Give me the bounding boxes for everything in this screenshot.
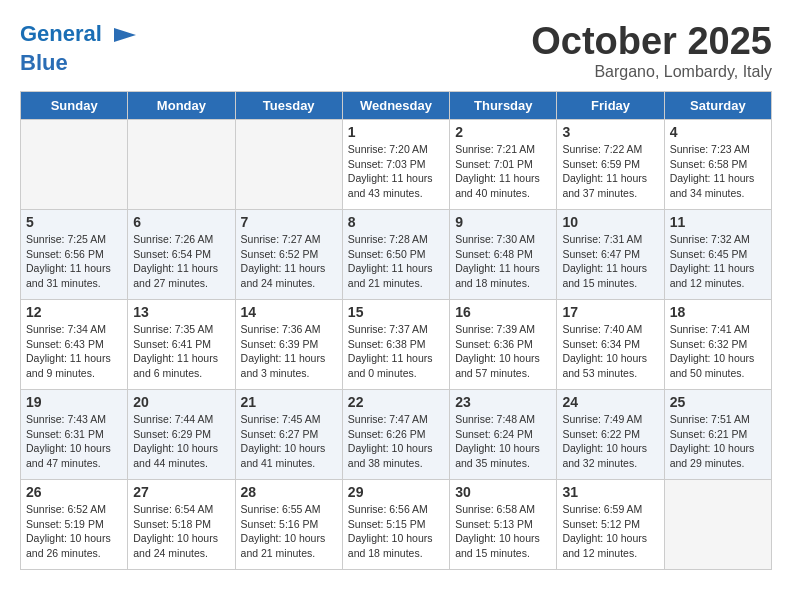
day-number: 28 <box>241 484 337 500</box>
calendar-cell: 18Sunrise: 7:41 AMSunset: 6:32 PMDayligh… <box>664 300 771 390</box>
calendar-week-3: 19Sunrise: 7:43 AMSunset: 6:31 PMDayligh… <box>21 390 772 480</box>
day-info: Sunrise: 7:22 AMSunset: 6:59 PMDaylight:… <box>562 142 658 201</box>
calendar-cell: 25Sunrise: 7:51 AMSunset: 6:21 PMDayligh… <box>664 390 771 480</box>
calendar-cell: 27Sunrise: 6:54 AMSunset: 5:18 PMDayligh… <box>128 480 235 570</box>
calendar-cell: 2Sunrise: 7:21 AMSunset: 7:01 PMDaylight… <box>450 120 557 210</box>
day-info: Sunrise: 7:36 AMSunset: 6:39 PMDaylight:… <box>241 322 337 381</box>
day-info: Sunrise: 6:54 AMSunset: 5:18 PMDaylight:… <box>133 502 229 561</box>
calendar-cell: 11Sunrise: 7:32 AMSunset: 6:45 PMDayligh… <box>664 210 771 300</box>
day-number: 29 <box>348 484 444 500</box>
calendar-week-4: 26Sunrise: 6:52 AMSunset: 5:19 PMDayligh… <box>21 480 772 570</box>
day-info: Sunrise: 7:20 AMSunset: 7:03 PMDaylight:… <box>348 142 444 201</box>
day-number: 1 <box>348 124 444 140</box>
calendar-cell: 5Sunrise: 7:25 AMSunset: 6:56 PMDaylight… <box>21 210 128 300</box>
day-number: 5 <box>26 214 122 230</box>
calendar-cell: 26Sunrise: 6:52 AMSunset: 5:19 PMDayligh… <box>21 480 128 570</box>
title-block: October 2025 Bargano, Lombardy, Italy <box>531 20 772 81</box>
day-number: 7 <box>241 214 337 230</box>
day-info: Sunrise: 7:37 AMSunset: 6:38 PMDaylight:… <box>348 322 444 381</box>
calendar-cell: 12Sunrise: 7:34 AMSunset: 6:43 PMDayligh… <box>21 300 128 390</box>
day-info: Sunrise: 7:21 AMSunset: 7:01 PMDaylight:… <box>455 142 551 201</box>
calendar-cell <box>21 120 128 210</box>
day-number: 6 <box>133 214 229 230</box>
logo-line2: Blue <box>20 50 140 75</box>
day-info: Sunrise: 7:45 AMSunset: 6:27 PMDaylight:… <box>241 412 337 471</box>
day-number: 17 <box>562 304 658 320</box>
day-number: 10 <box>562 214 658 230</box>
day-info: Sunrise: 6:59 AMSunset: 5:12 PMDaylight:… <box>562 502 658 561</box>
month-title: October 2025 <box>531 20 772 63</box>
day-number: 22 <box>348 394 444 410</box>
calendar-cell: 28Sunrise: 6:55 AMSunset: 5:16 PMDayligh… <box>235 480 342 570</box>
calendar-cell: 4Sunrise: 7:23 AMSunset: 6:58 PMDaylight… <box>664 120 771 210</box>
calendar-cell: 21Sunrise: 7:45 AMSunset: 6:27 PMDayligh… <box>235 390 342 480</box>
calendar-cell: 22Sunrise: 7:47 AMSunset: 6:26 PMDayligh… <box>342 390 449 480</box>
calendar-week-1: 5Sunrise: 7:25 AMSunset: 6:56 PMDaylight… <box>21 210 772 300</box>
svg-marker-0 <box>114 28 136 42</box>
calendar-cell: 19Sunrise: 7:43 AMSunset: 6:31 PMDayligh… <box>21 390 128 480</box>
calendar-cell: 20Sunrise: 7:44 AMSunset: 6:29 PMDayligh… <box>128 390 235 480</box>
day-number: 16 <box>455 304 551 320</box>
day-number: 12 <box>26 304 122 320</box>
day-number: 14 <box>241 304 337 320</box>
day-info: Sunrise: 7:47 AMSunset: 6:26 PMDaylight:… <box>348 412 444 471</box>
day-info: Sunrise: 7:41 AMSunset: 6:32 PMDaylight:… <box>670 322 766 381</box>
day-number: 15 <box>348 304 444 320</box>
day-number: 21 <box>241 394 337 410</box>
header-saturday: Saturday <box>664 92 771 120</box>
header-wednesday: Wednesday <box>342 92 449 120</box>
day-number: 3 <box>562 124 658 140</box>
calendar-cell: 1Sunrise: 7:20 AMSunset: 7:03 PMDaylight… <box>342 120 449 210</box>
location-subtitle: Bargano, Lombardy, Italy <box>531 63 772 81</box>
day-info: Sunrise: 7:27 AMSunset: 6:52 PMDaylight:… <box>241 232 337 291</box>
calendar-cell: 9Sunrise: 7:30 AMSunset: 6:48 PMDaylight… <box>450 210 557 300</box>
calendar-cell <box>235 120 342 210</box>
calendar-cell: 6Sunrise: 7:26 AMSunset: 6:54 PMDaylight… <box>128 210 235 300</box>
day-info: Sunrise: 7:25 AMSunset: 6:56 PMDaylight:… <box>26 232 122 291</box>
day-number: 18 <box>670 304 766 320</box>
day-number: 26 <box>26 484 122 500</box>
day-info: Sunrise: 6:52 AMSunset: 5:19 PMDaylight:… <box>26 502 122 561</box>
day-number: 8 <box>348 214 444 230</box>
calendar-cell: 31Sunrise: 6:59 AMSunset: 5:12 PMDayligh… <box>557 480 664 570</box>
day-info: Sunrise: 7:48 AMSunset: 6:24 PMDaylight:… <box>455 412 551 471</box>
page-header: General Blue October 2025 Bargano, Lomba… <box>20 20 772 81</box>
day-info: Sunrise: 7:40 AMSunset: 6:34 PMDaylight:… <box>562 322 658 381</box>
day-info: Sunrise: 7:31 AMSunset: 6:47 PMDaylight:… <box>562 232 658 291</box>
day-info: Sunrise: 7:39 AMSunset: 6:36 PMDaylight:… <box>455 322 551 381</box>
day-number: 13 <box>133 304 229 320</box>
day-number: 31 <box>562 484 658 500</box>
day-info: Sunrise: 7:49 AMSunset: 6:22 PMDaylight:… <box>562 412 658 471</box>
day-info: Sunrise: 6:56 AMSunset: 5:15 PMDaylight:… <box>348 502 444 561</box>
header-friday: Friday <box>557 92 664 120</box>
calendar-cell: 30Sunrise: 6:58 AMSunset: 5:13 PMDayligh… <box>450 480 557 570</box>
logo: General Blue <box>20 20 140 75</box>
logo-line1: General <box>20 21 102 46</box>
calendar-cell: 10Sunrise: 7:31 AMSunset: 6:47 PMDayligh… <box>557 210 664 300</box>
day-info: Sunrise: 6:55 AMSunset: 5:16 PMDaylight:… <box>241 502 337 561</box>
header-monday: Monday <box>128 92 235 120</box>
calendar-cell: 3Sunrise: 7:22 AMSunset: 6:59 PMDaylight… <box>557 120 664 210</box>
day-number: 24 <box>562 394 658 410</box>
calendar-cell: 23Sunrise: 7:48 AMSunset: 6:24 PMDayligh… <box>450 390 557 480</box>
calendar-cell: 13Sunrise: 7:35 AMSunset: 6:41 PMDayligh… <box>128 300 235 390</box>
day-number: 25 <box>670 394 766 410</box>
calendar-header-row: SundayMondayTuesdayWednesdayThursdayFrid… <box>21 92 772 120</box>
day-number: 9 <box>455 214 551 230</box>
day-number: 20 <box>133 394 229 410</box>
day-info: Sunrise: 7:32 AMSunset: 6:45 PMDaylight:… <box>670 232 766 291</box>
day-number: 27 <box>133 484 229 500</box>
calendar-cell <box>664 480 771 570</box>
day-info: Sunrise: 7:35 AMSunset: 6:41 PMDaylight:… <box>133 322 229 381</box>
day-number: 11 <box>670 214 766 230</box>
calendar-cell: 17Sunrise: 7:40 AMSunset: 6:34 PMDayligh… <box>557 300 664 390</box>
day-info: Sunrise: 7:43 AMSunset: 6:31 PMDaylight:… <box>26 412 122 471</box>
day-info: Sunrise: 7:28 AMSunset: 6:50 PMDaylight:… <box>348 232 444 291</box>
calendar-cell: 29Sunrise: 6:56 AMSunset: 5:15 PMDayligh… <box>342 480 449 570</box>
day-info: Sunrise: 7:26 AMSunset: 6:54 PMDaylight:… <box>133 232 229 291</box>
day-info: Sunrise: 7:34 AMSunset: 6:43 PMDaylight:… <box>26 322 122 381</box>
calendar-week-2: 12Sunrise: 7:34 AMSunset: 6:43 PMDayligh… <box>21 300 772 390</box>
logo-icon <box>110 20 140 50</box>
calendar-cell: 8Sunrise: 7:28 AMSunset: 6:50 PMDaylight… <box>342 210 449 300</box>
day-number: 23 <box>455 394 551 410</box>
